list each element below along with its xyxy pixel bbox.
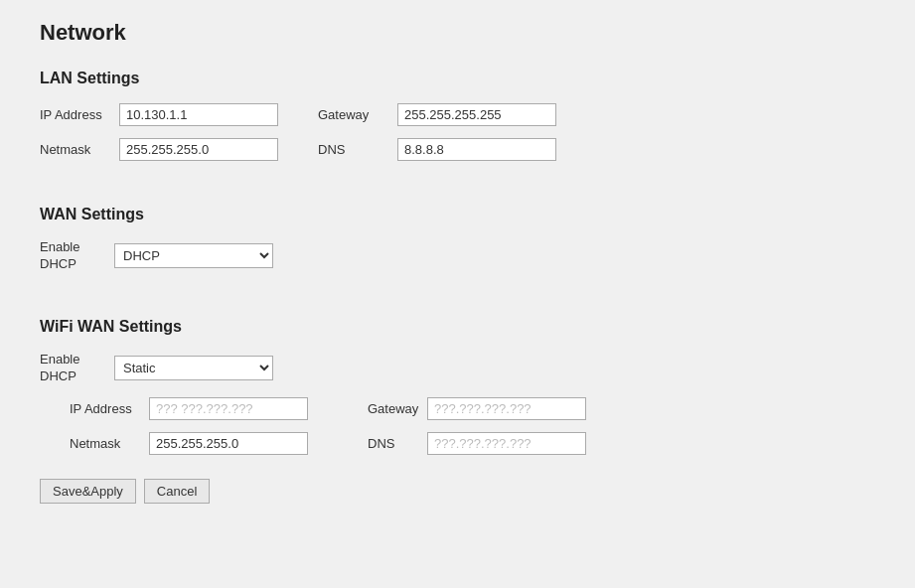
lan-settings-heading: LAN Settings bbox=[40, 70, 875, 87]
wifi-dhcp-select[interactable]: DHCP Static bbox=[114, 356, 273, 380]
wan-settings-section: WAN Settings Enable DHCP DHCP Static bbox=[40, 206, 875, 273]
divider-1 bbox=[40, 185, 875, 186]
lan-netmask-input[interactable] bbox=[119, 138, 278, 161]
page-title: Network bbox=[40, 20, 875, 46]
wifi-fields-container: IP Address Gateway Netmask DNS bbox=[60, 397, 875, 455]
wifi-netmask-dns-row: Netmask DNS bbox=[60, 432, 875, 455]
lan-dns-label: DNS bbox=[318, 142, 397, 157]
lan-dns-group: DNS bbox=[318, 138, 556, 161]
wifi-ip-label: IP Address bbox=[60, 401, 149, 416]
divider-2 bbox=[40, 297, 875, 298]
wan-dhcp-row: Enable DHCP DHCP Static bbox=[40, 239, 875, 273]
wifi-dns-label: DNS bbox=[368, 436, 427, 451]
lan-gateway-group: Gateway bbox=[318, 103, 556, 126]
action-buttons: Save&Apply Cancel bbox=[40, 479, 875, 504]
lan-ip-input[interactable] bbox=[119, 103, 278, 126]
wifi-dhcp-label: Enable DHCP bbox=[40, 352, 114, 385]
wifi-dhcp-group: Enable DHCP DHCP Static bbox=[40, 352, 273, 385]
wan-dhcp-select[interactable]: DHCP Static bbox=[114, 243, 273, 268]
wifi-netmask-input[interactable] bbox=[149, 432, 308, 455]
lan-netmask-label: Netmask bbox=[40, 142, 119, 157]
wifi-dhcp-row: Enable DHCP DHCP Static bbox=[40, 352, 875, 385]
lan-gateway-label: Gateway bbox=[318, 107, 397, 122]
wifi-gateway-label: Gateway bbox=[368, 401, 427, 416]
wifi-dns-group: DNS bbox=[368, 432, 586, 455]
lan-settings-section: LAN Settings IP Address Gateway Netmask … bbox=[40, 70, 875, 161]
wifi-ip-gateway-row: IP Address Gateway bbox=[60, 397, 875, 420]
cancel-button[interactable]: Cancel bbox=[144, 479, 210, 504]
lan-ip-label: IP Address bbox=[40, 107, 119, 122]
wan-dhcp-label: Enable DHCP bbox=[40, 239, 114, 273]
lan-dns-input[interactable] bbox=[397, 138, 556, 161]
wifi-gateway-input[interactable] bbox=[427, 397, 586, 420]
wifi-wan-settings-heading: WiFi WAN Settings bbox=[40, 318, 875, 336]
wifi-ip-input[interactable] bbox=[149, 397, 308, 420]
wifi-netmask-label: Netmask bbox=[60, 436, 149, 451]
wan-settings-heading: WAN Settings bbox=[40, 206, 875, 223]
wifi-wan-settings-section: WiFi WAN Settings Enable DHCP DHCP Stati… bbox=[40, 318, 875, 455]
wan-dhcp-group: Enable DHCP DHCP Static bbox=[40, 239, 273, 273]
lan-ip-gateway-row: IP Address Gateway bbox=[40, 103, 875, 126]
lan-netmask-dns-row: Netmask DNS bbox=[40, 138, 875, 161]
lan-gateway-input[interactable] bbox=[397, 103, 556, 126]
lan-netmask-group: Netmask bbox=[40, 138, 278, 161]
wifi-gateway-group: Gateway bbox=[368, 397, 586, 420]
lan-ip-group: IP Address bbox=[40, 103, 278, 126]
save-apply-button[interactable]: Save&Apply bbox=[40, 479, 136, 504]
wifi-dns-input[interactable] bbox=[427, 432, 586, 455]
